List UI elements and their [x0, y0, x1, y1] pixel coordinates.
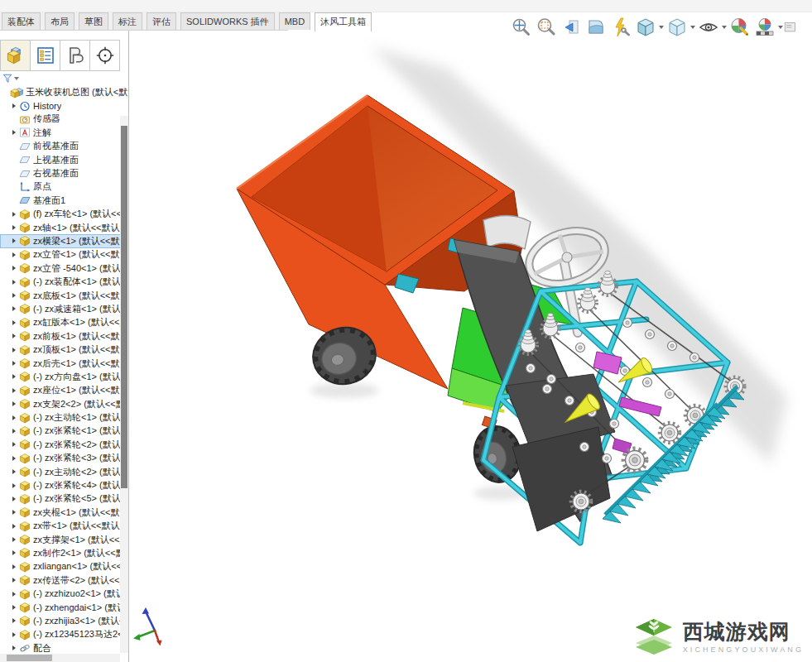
tree-item[interactable]: 前视基准面 — [0, 140, 128, 153]
tree-item[interactable]: zx传送带<2> (默认<<默认 — [0, 573, 128, 587]
expand-arrow-icon[interactable] — [11, 332, 18, 340]
expand-arrow-icon[interactable] — [11, 522, 18, 530]
tree-item[interactable]: (-) zx装配体<1> (默认<< — [0, 275, 128, 288]
tree-item[interactable]: (-) zx张紧轮<1> (默认<< — [0, 425, 128, 438]
tree-item[interactable]: zx轴<1> (默认<<默认>_ — [0, 221, 128, 234]
tree-item[interactable]: (-) zx主动轮<1> (默认<< — [0, 410, 128, 424]
tab-solidworks-addins[interactable]: SOLIDWORKS 插件 — [180, 12, 275, 30]
filter-dropdown-caret[interactable] — [14, 77, 19, 80]
expand-arrow-icon[interactable] — [11, 319, 18, 327]
expand-arrow-icon[interactable] — [11, 346, 18, 354]
view-settings-button[interactable] — [784, 15, 797, 40]
expand-arrow-icon[interactable] — [11, 603, 18, 612]
expand-arrow-icon[interactable] — [11, 549, 18, 557]
tree-item[interactable]: zx前板<1> (默认<<默认: — [0, 329, 128, 343]
expand-arrow-icon[interactable] — [11, 305, 18, 313]
hide-show-items-button[interactable] — [696, 15, 728, 40]
tree-item[interactable]: zx立管 -540<1> (默认<< — [0, 261, 128, 275]
tab-assembly[interactable]: 装配体 — [2, 12, 41, 30]
tree-item[interactable]: zx后壳<1> (默认<<默认: — [0, 357, 128, 370]
expand-arrow-icon[interactable] — [11, 495, 18, 503]
tab-evaluate[interactable]: 评估 — [147, 12, 176, 30]
expand-arrow-icon[interactable] — [11, 386, 18, 395]
expand-arrow-icon[interactable] — [11, 223, 18, 232]
configurationmanager-tab[interactable] — [60, 40, 90, 71]
featuremanager-design-tree-tab[interactable] — [0, 40, 31, 71]
tree-item[interactable]: (-) zxhengdai<1> (默认< — [0, 601, 128, 614]
tree-item[interactable]: 配合 — [0, 641, 128, 655]
display-style-button[interactable] — [665, 15, 696, 40]
tree-item[interactable]: (f) zx车轮<1> (默认<<默 — [0, 208, 128, 221]
tree-item[interactable]: (-) zxzhizuo2<1> (默认< — [0, 587, 128, 600]
expand-arrow-icon[interactable] — [11, 440, 18, 449]
expand-arrow-icon[interactable] — [11, 372, 18, 381]
tree-item[interactable]: (-) zx方向盘<1> (默认<< — [0, 370, 128, 383]
expand-arrow-icon[interactable] — [11, 644, 18, 652]
vertical-scrollbar-thumb[interactable] — [121, 126, 127, 488]
expand-arrow-icon[interactable] — [11, 291, 18, 300]
tree-item[interactable]: (-) zxzhijia3<1> (默认<< — [0, 614, 128, 627]
tree-item[interactable]: (-) zx减速箱<1> (默认<< — [0, 302, 128, 315]
tree-root-assembly[interactable]: 玉米收获机总图 (默认<默认_ — [0, 85, 128, 98]
tree-item[interactable]: zx夹棍<1> (默认<<默认: — [0, 506, 128, 519]
tree-item[interactable]: 上视基准面 — [0, 153, 128, 166]
expand-arrow-icon[interactable] — [11, 264, 18, 272]
expand-arrow-icon[interactable] — [11, 359, 18, 367]
dimxpertmanager-tab[interactable] — [89, 40, 120, 71]
tree-item[interactable]: 传感器 — [0, 113, 128, 126]
tree-item[interactable]: (-) zx12345123马达2<1> — [0, 628, 128, 641]
3d-model-corn-harvester[interactable] — [129, 31, 812, 662]
expand-arrow-icon[interactable] — [11, 616, 18, 625]
expand-arrow-icon[interactable] — [11, 508, 18, 516]
expand-arrow-icon[interactable] — [11, 427, 18, 435]
previous-view-button[interactable] — [559, 15, 584, 40]
tree-item[interactable]: (-) zx主动轮<2> (默认<< — [0, 465, 128, 478]
tree-item[interactable]: zx支撑架<1> (默认<<默认 — [0, 533, 128, 546]
zoom-to-fit-button[interactable] — [509, 15, 534, 40]
expand-arrow-icon[interactable] — [11, 563, 18, 571]
tree-item[interactable]: zx支架2<2> (默认<<默认 — [0, 397, 128, 410]
tree-vertical-scrollbar[interactable] — [120, 116, 128, 653]
tree-item[interactable]: 原点 — [0, 180, 128, 194]
tree-item[interactable]: zx带<1> (默认<<默认>_ — [0, 520, 128, 533]
tree-item[interactable]: zx横梁<1> (默认<<默认: — [0, 234, 128, 247]
zoom-to-area-button[interactable] — [534, 15, 559, 40]
horizontal-scrollbar-thumb[interactable] — [7, 655, 52, 661]
tree-item[interactable]: 注解 — [0, 126, 128, 139]
expand-arrow-icon[interactable] — [11, 210, 18, 218]
expand-arrow-icon[interactable] — [11, 278, 18, 286]
tree-item[interactable]: History — [0, 98, 128, 112]
apply-scene-button[interactable] — [752, 15, 784, 40]
tree-item[interactable]: 基准面1 — [0, 194, 128, 207]
expand-arrow-icon[interactable] — [11, 251, 18, 259]
tab-mbd[interactable]: MBD — [279, 12, 310, 30]
expand-arrow-icon[interactable] — [11, 468, 18, 476]
expand-arrow-icon[interactable] — [11, 631, 18, 639]
view-orientation-button[interactable] — [633, 15, 665, 40]
tree-item[interactable]: zx顶板<1> (默认<<默认: — [0, 343, 128, 356]
expand-arrow-icon[interactable] — [11, 128, 18, 137]
tree-item[interactable]: (-) zx张紧轮<2> (默认<< — [0, 438, 128, 451]
tab-sketch[interactable]: 草图 — [79, 12, 108, 30]
expand-arrow-icon[interactable] — [11, 454, 18, 463]
tab-markup[interactable]: 标注 — [113, 12, 142, 30]
expand-arrow-icon[interactable] — [11, 102, 18, 110]
section-view-button[interactable] — [584, 15, 608, 40]
tree-item[interactable]: zx立管<1> (默认<<默认: — [0, 248, 128, 261]
expand-arrow-icon[interactable] — [11, 414, 18, 422]
tree-horizontal-scrollbar[interactable] — [0, 654, 120, 662]
tree-item[interactable]: zxliangan<1> (默认<<默 — [0, 560, 128, 573]
tab-layout[interactable]: 布局 — [45, 12, 74, 30]
expand-arrow-icon[interactable] — [11, 400, 18, 408]
tree-item[interactable]: (-) zx张紧轮<5> (默认<< — [0, 492, 128, 506]
header-belt-lower[interactable] — [512, 427, 610, 531]
tree-item[interactable]: (-) zx张紧轮<4> (默认<< — [0, 478, 128, 492]
tree-item[interactable]: 右视基准面 — [0, 166, 128, 180]
tree-item[interactable]: zx缸版本<1> (默认<<默认 — [0, 316, 128, 329]
tree-item[interactable]: zx底板<1> (默认<<默认: — [0, 289, 128, 302]
filter-icon[interactable] — [2, 74, 12, 84]
expand-arrow-icon[interactable] — [11, 535, 18, 544]
tree-item[interactable]: zx座位<1> (默认<<默认: — [0, 384, 128, 397]
expand-arrow-icon[interactable] — [11, 482, 18, 490]
expand-arrow-icon[interactable] — [11, 237, 18, 245]
